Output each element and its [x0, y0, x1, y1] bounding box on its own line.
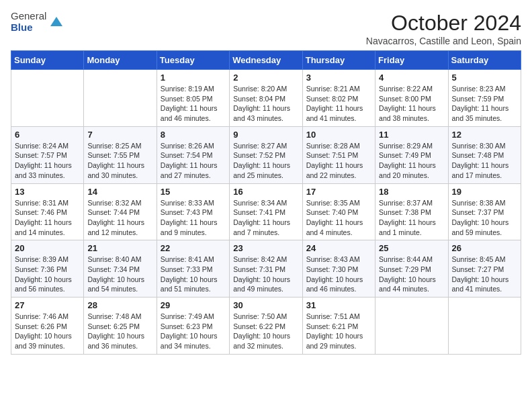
th-thursday: Thursday [302, 51, 375, 70]
daylight-label: Daylight: 11 hours and 35 minutes. [452, 104, 509, 122]
sunrise-label: Sunrise: 8:29 AM [379, 142, 433, 150]
day-number: 30 [233, 300, 298, 310]
sunset-label: Sunset: 7:59 PM [452, 95, 504, 103]
sunrise-label: Sunrise: 8:34 AM [233, 199, 287, 207]
sunset-label: Sunset: 7:44 PM [87, 208, 140, 216]
calendar-cell: 24Sunrise: 8:43 AMSunset: 7:30 PMDayligh… [302, 240, 375, 298]
day-info: Sunrise: 8:26 AMSunset: 7:54 PMDaylight:… [161, 141, 226, 181]
daylight-label: Daylight: 11 hours and 22 minutes. [306, 161, 363, 179]
day-info: Sunrise: 8:38 AMSunset: 7:37 PMDaylight:… [452, 198, 517, 238]
day-info: Sunrise: 8:20 AMSunset: 8:04 PMDaylight:… [233, 84, 298, 124]
sunset-label: Sunset: 6:21 PM [306, 322, 359, 330]
day-number: 25 [379, 243, 444, 253]
sunset-label: Sunset: 6:25 PM [87, 322, 140, 330]
sunrise-label: Sunrise: 8:28 AM [306, 142, 360, 150]
day-info: Sunrise: 8:45 AMSunset: 7:27 PMDaylight:… [452, 255, 517, 294]
sunset-label: Sunset: 7:34 PM [87, 265, 140, 273]
calendar-week-row: 6Sunrise: 8:24 AMSunset: 7:57 PMDaylight… [11, 126, 521, 183]
daylight-label: Daylight: 10 hours and 49 minutes. [233, 275, 290, 293]
day-info: Sunrise: 8:24 AMSunset: 7:57 PMDaylight:… [15, 141, 80, 181]
calendar-cell [448, 298, 521, 355]
calendar-cell: 22Sunrise: 8:41 AMSunset: 7:33 PMDayligh… [157, 240, 229, 298]
daylight-label: Daylight: 10 hours and 36 minutes. [87, 332, 144, 350]
sunrise-label: Sunrise: 8:35 AM [306, 199, 360, 207]
daylight-label: Daylight: 10 hours and 46 minutes. [306, 275, 363, 293]
sunset-label: Sunset: 7:33 PM [161, 265, 213, 273]
day-number: 9 [233, 130, 298, 140]
calendar-cell: 7Sunrise: 8:25 AMSunset: 7:55 PMDaylight… [84, 126, 157, 183]
sunset-label: Sunset: 8:02 PM [306, 95, 359, 103]
sunrise-label: Sunrise: 8:41 AM [161, 255, 214, 263]
daylight-label: Daylight: 11 hours and 7 minutes. [233, 218, 290, 236]
calendar-cell: 11Sunrise: 8:29 AMSunset: 7:49 PMDayligh… [375, 126, 448, 183]
daylight-label: Daylight: 11 hours and 17 minutes. [452, 161, 509, 179]
day-number: 24 [306, 243, 371, 253]
sunrise-label: Sunrise: 8:23 AM [452, 85, 506, 93]
daylight-label: Daylight: 11 hours and 1 minute. [379, 218, 436, 236]
day-number: 23 [233, 243, 298, 253]
sunrise-label: Sunrise: 8:25 AM [87, 142, 141, 150]
day-info: Sunrise: 8:19 AMSunset: 8:05 PMDaylight:… [161, 84, 226, 124]
calendar-cell [84, 70, 157, 127]
calendar-cell: 18Sunrise: 8:37 AMSunset: 7:38 PMDayligh… [375, 183, 448, 240]
sunset-label: Sunset: 7:27 PM [452, 265, 504, 273]
calendar-header-row: Sunday Monday Tuesday Wednesday Thursday… [11, 51, 521, 70]
sunrise-label: Sunrise: 8:31 AM [15, 199, 69, 207]
daylight-label: Daylight: 10 hours and 41 minutes. [452, 275, 509, 293]
title-block: October 2024 Navacarros, Castille and Le… [366, 11, 521, 46]
th-saturday: Saturday [448, 51, 521, 70]
day-number: 11 [379, 130, 444, 140]
sunset-label: Sunset: 7:38 PM [379, 208, 431, 216]
day-number: 28 [87, 300, 152, 310]
calendar-cell: 6Sunrise: 8:24 AMSunset: 7:57 PMDaylight… [11, 126, 84, 183]
sunset-label: Sunset: 7:37 PM [452, 208, 504, 216]
daylight-label: Daylight: 11 hours and 30 minutes. [87, 161, 144, 179]
sunset-label: Sunset: 8:04 PM [233, 95, 285, 103]
sunrise-label: Sunrise: 8:21 AM [306, 85, 360, 93]
daylight-label: Daylight: 11 hours and 38 minutes. [379, 104, 436, 122]
logo: General Blue [11, 11, 64, 33]
page: General Blue October 2024 Navacarros, Ca… [0, 0, 532, 363]
sunrise-label: Sunrise: 7:48 AM [87, 312, 141, 320]
sunrise-label: Sunrise: 7:46 AM [15, 312, 69, 320]
day-info: Sunrise: 8:27 AMSunset: 7:52 PMDaylight:… [233, 141, 298, 181]
sunset-label: Sunset: 7:31 PM [233, 265, 285, 273]
day-number: 17 [306, 187, 371, 197]
daylight-label: Daylight: 11 hours and 33 minutes. [15, 161, 72, 179]
sunrise-label: Sunrise: 8:33 AM [161, 199, 214, 207]
sunset-label: Sunset: 7:41 PM [233, 208, 285, 216]
sunrise-label: Sunrise: 8:26 AM [161, 142, 214, 150]
day-info: Sunrise: 8:21 AMSunset: 8:02 PMDaylight:… [306, 84, 371, 124]
daylight-label: Daylight: 10 hours and 56 minutes. [15, 275, 72, 293]
calendar-cell: 23Sunrise: 8:42 AMSunset: 7:31 PMDayligh… [230, 240, 302, 298]
th-monday: Monday [84, 51, 157, 70]
day-number: 16 [233, 187, 298, 197]
logo-icon [49, 14, 64, 29]
day-info: Sunrise: 8:22 AMSunset: 8:00 PMDaylight:… [379, 84, 444, 124]
calendar-cell: 12Sunrise: 8:30 AMSunset: 7:48 PMDayligh… [448, 126, 521, 183]
calendar-cell: 15Sunrise: 8:33 AMSunset: 7:43 PMDayligh… [157, 183, 229, 240]
header: General Blue October 2024 Navacarros, Ca… [11, 11, 521, 46]
sunset-label: Sunset: 8:00 PM [379, 95, 431, 103]
th-sunday: Sunday [11, 51, 84, 70]
calendar-cell: 20Sunrise: 8:39 AMSunset: 7:36 PMDayligh… [11, 240, 84, 298]
sunrise-label: Sunrise: 8:38 AM [452, 199, 506, 207]
sunrise-label: Sunrise: 8:39 AM [15, 255, 69, 263]
day-number: 14 [87, 187, 152, 197]
day-number: 27 [15, 300, 80, 310]
sunset-label: Sunset: 7:46 PM [15, 208, 67, 216]
sunrise-label: Sunrise: 8:30 AM [452, 142, 506, 150]
sunrise-label: Sunrise: 8:43 AM [306, 255, 360, 263]
sunset-label: Sunset: 8:05 PM [161, 95, 213, 103]
day-info: Sunrise: 8:34 AMSunset: 7:41 PMDaylight:… [233, 198, 298, 238]
daylight-label: Daylight: 11 hours and 43 minutes. [233, 104, 290, 122]
sunset-label: Sunset: 7:40 PM [306, 208, 359, 216]
day-number: 18 [379, 187, 444, 197]
calendar-cell: 16Sunrise: 8:34 AMSunset: 7:41 PMDayligh… [230, 183, 302, 240]
day-info: Sunrise: 7:48 AMSunset: 6:25 PMDaylight:… [87, 312, 152, 351]
day-info: Sunrise: 8:31 AMSunset: 7:46 PMDaylight:… [15, 198, 80, 238]
calendar-cell: 8Sunrise: 8:26 AMSunset: 7:54 PMDaylight… [157, 126, 229, 183]
sunset-label: Sunset: 7:49 PM [379, 151, 431, 159]
daylight-label: Daylight: 11 hours and 41 minutes. [306, 104, 363, 122]
daylight-label: Daylight: 10 hours and 44 minutes. [379, 275, 436, 293]
